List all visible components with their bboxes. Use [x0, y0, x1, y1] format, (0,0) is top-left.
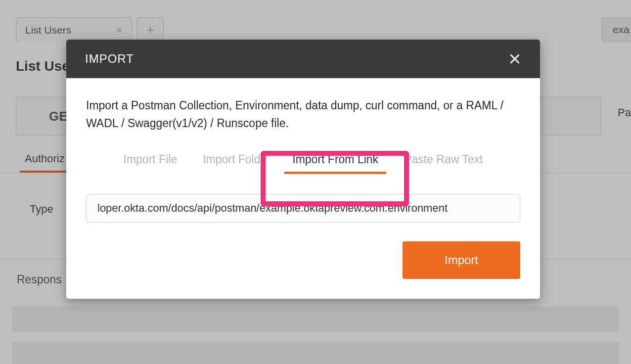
modal-description: Import a Postman Collection, Environment… [86, 97, 520, 132]
modal-title: IMPORT [85, 52, 134, 66]
tab-import-folder[interactable]: Import Folde [190, 148, 279, 175]
tab-import-file[interactable]: Import File [111, 148, 190, 175]
import-button[interactable]: Import [403, 241, 520, 279]
auth-type-label: Type [30, 203, 53, 216]
tab-authorization-label: Authoriz [25, 152, 65, 165]
tab-label: List Users [25, 24, 71, 36]
response-placeholder [12, 342, 619, 364]
tab-authorization[interactable]: Authoriz [20, 146, 70, 173]
request-tab[interactable]: List Users × [16, 17, 132, 42]
tab-import-link[interactable]: Import From Link [279, 148, 391, 175]
response-label: Respons [17, 273, 62, 286]
response-placeholder [12, 307, 619, 331]
params-button[interactable]: Pa [618, 106, 631, 119]
method-label: GE [49, 109, 68, 124]
environment-label: exa [613, 24, 630, 36]
page-title: List Use [16, 58, 70, 74]
close-icon[interactable] [508, 52, 521, 65]
environment-selector[interactable]: exa [601, 17, 631, 42]
new-tab-button[interactable]: + [137, 17, 164, 42]
modal-header: IMPORT [66, 40, 540, 78]
close-icon[interactable]: × [116, 24, 123, 36]
import-modal: IMPORT Import a Postman Collection, Envi… [66, 40, 540, 299]
import-url-input[interactable] [86, 194, 520, 223]
tab-paste-raw[interactable]: Paste Raw Text [391, 148, 496, 175]
import-tabs: Import File Import Folde Import From Lin… [86, 148, 520, 175]
